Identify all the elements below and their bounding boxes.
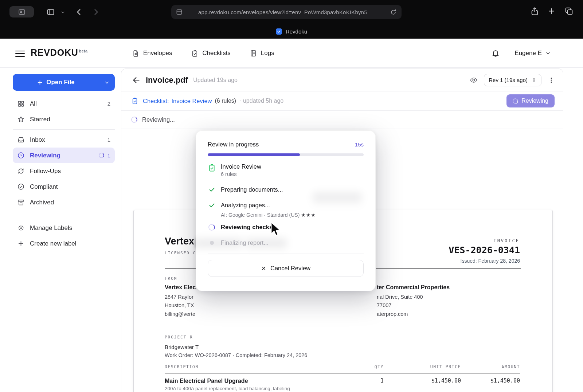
sidebar-divider bbox=[13, 129, 115, 130]
clipboard-check-icon bbox=[208, 164, 216, 172]
project-line: Bridgewater T bbox=[165, 344, 199, 350]
sidebar-item-archived[interactable]: Archived bbox=[13, 195, 115, 210]
close-x-icon bbox=[261, 266, 266, 271]
from-line: 2847 Rayfor bbox=[165, 294, 193, 300]
col-qty: QTY bbox=[338, 364, 384, 369]
step-spinner-icon bbox=[208, 223, 216, 231]
tab-title[interactable]: Revdoku bbox=[286, 28, 307, 35]
step-sub-detail: AI: Google Gemini · Standard (US) ★★★ bbox=[221, 212, 364, 218]
check-circle-icon bbox=[17, 183, 25, 191]
revision-selector[interactable]: Rev 1 (19s ago) bbox=[484, 74, 541, 86]
reload-icon[interactable] bbox=[390, 8, 397, 16]
status-label: Reviewing... bbox=[142, 116, 175, 123]
clipboard-check-icon bbox=[191, 50, 199, 57]
rating-stars: ★★★ bbox=[301, 212, 316, 218]
browser-back-icon[interactable] bbox=[74, 7, 84, 17]
chevron-down-icon bbox=[104, 80, 110, 85]
grid-icon bbox=[17, 100, 25, 107]
preview-eye-icon[interactable] bbox=[470, 76, 478, 84]
user-menu[interactable]: Eugene E bbox=[514, 47, 551, 59]
sidebar-item-count: 1 bbox=[107, 137, 110, 143]
col-unit-price: UNIT PRICE bbox=[384, 364, 461, 369]
nav-checklists[interactable]: Checklists bbox=[191, 50, 230, 57]
clock-icon bbox=[17, 152, 25, 159]
from-label: FROM bbox=[165, 276, 177, 281]
plus-icon bbox=[37, 79, 43, 86]
sidebar-item-starred[interactable]: Starred bbox=[13, 111, 115, 127]
logbook-icon bbox=[250, 50, 257, 57]
sidebar: Open File All 2 Starred Inbox 1 bbox=[0, 68, 121, 392]
divider-rule bbox=[165, 268, 196, 268]
sidebar-item-follow-ups[interactable]: Follow-Ups bbox=[13, 163, 115, 179]
modal-checklist-summary: Invoice Review 6 rules bbox=[208, 163, 364, 177]
sidebar-item-label: Follow-Ups bbox=[30, 168, 61, 175]
star-icon bbox=[17, 115, 25, 123]
sidebar-item-reviewing[interactable]: Reviewing 1 bbox=[13, 148, 115, 163]
revision-label: Rev 1 (19s ago) bbox=[489, 77, 528, 83]
step-label: Finalizing report... bbox=[221, 239, 269, 246]
toolbar-chevron-icon[interactable] bbox=[60, 10, 66, 14]
nav-logs[interactable]: Logs bbox=[250, 50, 274, 57]
nav-label: Envelopes bbox=[143, 50, 172, 57]
sidebar-item-create-label[interactable]: Create new label bbox=[13, 236, 115, 251]
checklist-bar: Checklist: Invoice Review (6 rules) · up… bbox=[121, 91, 563, 111]
checklist-rules: (6 rules) bbox=[215, 98, 236, 104]
invoice-number: VES-2026-0341 bbox=[449, 245, 520, 255]
nav-label: Logs bbox=[261, 50, 274, 57]
invoice-tag: INVOICE bbox=[493, 238, 520, 243]
line-item-amount: $1,450.00 bbox=[461, 377, 520, 384]
tab-bar: Revdoku bbox=[0, 24, 583, 39]
status-spinner-icon bbox=[131, 116, 138, 124]
browser-chrome: app.revdoku.com/envelopes/view?id=env_Po… bbox=[0, 0, 583, 39]
menu-icon[interactable] bbox=[15, 49, 25, 58]
share-icon[interactable] bbox=[530, 7, 539, 16]
open-file-button[interactable]: Open File bbox=[13, 74, 99, 91]
sidebar-divider bbox=[13, 215, 115, 215]
sidebar-item-label: Reviewing bbox=[30, 152, 60, 159]
open-file-label: Open File bbox=[46, 79, 74, 86]
bill-to-line: aterprop.com bbox=[377, 311, 408, 317]
modal-divider bbox=[208, 254, 364, 254]
review-progress-modal: Review in progress 15s Invoice Review 6 … bbox=[196, 130, 376, 291]
ai-model-detail: AI: Google Gemini · Standard (US) bbox=[221, 212, 300, 218]
sidebar-toggle-icon[interactable] bbox=[46, 8, 55, 16]
step-label: Analyzing pages... bbox=[221, 202, 270, 209]
new-tab-icon[interactable] bbox=[547, 7, 556, 16]
elapsed-time: 15s bbox=[355, 141, 364, 148]
notifications-bell-icon[interactable] bbox=[491, 49, 500, 58]
col-amount: AMOUNT bbox=[461, 364, 520, 369]
step-reviewing: Reviewing checks... bbox=[208, 219, 364, 235]
profile-tab-button[interactable] bbox=[9, 6, 34, 17]
nav-envelopes[interactable]: Envelopes bbox=[132, 50, 172, 57]
open-file-dropdown[interactable] bbox=[99, 74, 115, 91]
progress-fill bbox=[208, 153, 300, 156]
checklist-name-link[interactable]: Invoice Review bbox=[172, 98, 212, 105]
beta-badge: beta bbox=[79, 49, 88, 53]
document-updated: Updated 19s ago bbox=[193, 77, 238, 83]
invoice-issued-date: Issued: February 28, 2026 bbox=[461, 258, 520, 264]
tab-overview-icon[interactable] bbox=[564, 7, 574, 16]
inbox-icon bbox=[17, 136, 25, 144]
reviewing-spinner-icon bbox=[98, 152, 104, 158]
from-line: billing@verte bbox=[165, 311, 195, 317]
project-line: Work Order: WO-2026-0087 · Completed: Fe… bbox=[165, 352, 307, 358]
modal-checklist-name: Invoice Review bbox=[221, 163, 261, 170]
sidebar-item-manage-labels[interactable]: Manage Labels bbox=[13, 220, 115, 236]
from-line: Houston, TX bbox=[165, 302, 194, 308]
sidebar-item-compliant[interactable]: Compliant bbox=[13, 179, 115, 195]
checklist-updated: · updated 5h ago bbox=[239, 98, 283, 104]
nav-label: Checklists bbox=[202, 50, 230, 57]
checklist-clipboard-icon bbox=[131, 97, 138, 105]
sidebar-item-inbox[interactable]: Inbox 1 bbox=[13, 132, 115, 148]
screen: app.revdoku.com/envelopes/view?id=env_Po… bbox=[0, 0, 583, 392]
cancel-review-label: Cancel Review bbox=[270, 265, 310, 272]
back-arrow-icon[interactable] bbox=[132, 75, 141, 85]
browser-forward-icon[interactable] bbox=[91, 7, 101, 17]
cancel-review-button[interactable]: Cancel Review bbox=[208, 260, 364, 277]
more-options-icon[interactable] bbox=[548, 76, 555, 84]
url-bar[interactable]: app.revdoku.com/envelopes/view?id=env_Po… bbox=[171, 5, 402, 19]
sidebar-item-all[interactable]: All 2 bbox=[13, 96, 115, 111]
sidebar-item-count: 1 bbox=[107, 152, 110, 158]
sidebar-item-label: Compliant bbox=[30, 183, 58, 191]
sidebar-item-label: All bbox=[30, 100, 37, 107]
